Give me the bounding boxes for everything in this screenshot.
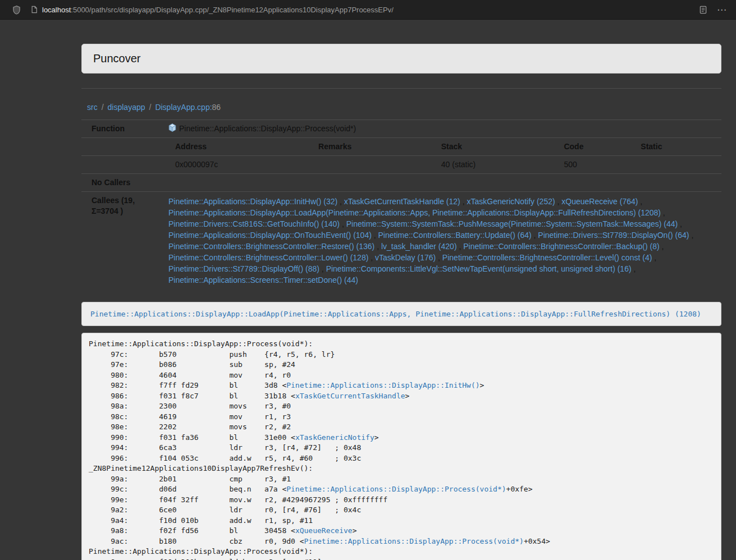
columns-header-row: Address Remarks Stack Code Static: [81, 137, 721, 155]
breadcrumb: src/displayapp/DisplayApp.cpp:86: [87, 103, 721, 112]
callee-link[interactable]: vTaskDelay (176): [375, 253, 436, 262]
callee-link[interactable]: Pinetime::Drivers::Cst816S::GetTouchInfo…: [168, 219, 340, 228]
callee-separator: ,: [678, 219, 682, 228]
callee-separator: ,: [532, 231, 538, 240]
divider: [81, 88, 721, 89]
callee-link[interactable]: Pinetime::Drivers::St7789::DisplayOn() (…: [538, 231, 689, 240]
topbar-actions: ⋯: [700, 5, 729, 15]
cube-icon: [168, 123, 176, 135]
callee-link[interactable]: xTaskGenericNotify (252): [467, 197, 555, 206]
callees-label: Callees (19, Σ=3704 ): [81, 192, 163, 220]
callee-link[interactable]: Pinetime::Controllers::BrightnessControl…: [463, 242, 659, 251]
breadcrumb-item-src[interactable]: src: [87, 103, 98, 112]
no-callers-label: No Callers: [81, 174, 163, 191]
callee-separator: ,: [638, 197, 642, 206]
callee-link[interactable]: Pinetime::Controllers::BrightnessControl…: [168, 253, 368, 262]
address-bar[interactable]: localhost:5000/path/src/displayapp/Displ…: [31, 6, 700, 14]
loadapp-panel: Pinetime::Applications::DisplayApp::Load…: [81, 302, 721, 326]
callee-link[interactable]: Pinetime::Components::LittleVgl::SetNewT…: [326, 264, 632, 273]
callee-link[interactable]: Pinetime::Applications::Screens::Timer::…: [168, 276, 358, 284]
callee-separator: ,: [368, 253, 375, 262]
callees-row: Callees (19, Σ=3704 ) Pinetime::Applicat…: [81, 191, 721, 291]
disasm-symbol-link[interactable]: xQueueReceive: [295, 526, 353, 535]
cell-stack: 40 (static): [435, 156, 557, 173]
reader-mode-icon[interactable]: [700, 6, 707, 14]
callee-separator: ,: [337, 197, 344, 206]
col-header-address: Address: [168, 138, 312, 155]
callee-separator: ,: [372, 231, 378, 240]
col-header-code: Code: [557, 138, 634, 155]
main-content: Puncover src/displayapp/DisplayApp.cpp:8…: [81, 44, 721, 560]
breadcrumb-item-displayapp[interactable]: displayapp: [108, 103, 145, 112]
callee-link[interactable]: Pinetime::Applications::DisplayApp::Init…: [168, 197, 337, 206]
no-callers-row: No Callers: [81, 173, 721, 191]
disasm-symbol-link[interactable]: xTaskGetCurrentTaskHandle: [295, 392, 405, 400]
callee-link[interactable]: Pinetime::Controllers::BrightnessControl…: [168, 242, 374, 251]
callee-link[interactable]: Pinetime::Applications::DisplayApp::OnTo…: [168, 231, 372, 240]
callee-separator: ,: [661, 208, 665, 217]
callee-separator: ,: [319, 264, 326, 273]
callee-separator: ,: [660, 242, 664, 251]
disassembly-block: Pinetime::Applications::DisplayApp::Proc…: [81, 333, 721, 560]
url-path: :5000/path/src/displayapp/DisplayApp.cpp…: [71, 6, 394, 14]
browser-topbar: localhost:5000/path/src/displayapp/Displ…: [0, 0, 736, 20]
callee-link[interactable]: Pinetime::System::SystemTask::PushMessag…: [346, 219, 678, 228]
callee-link[interactable]: Pinetime::Applications::DisplayApp::Load…: [168, 208, 661, 217]
callee-link[interactable]: Pinetime::Controllers::BrightnessControl…: [442, 253, 652, 262]
breadcrumb-separator: /: [149, 103, 152, 112]
disasm-symbol-link[interactable]: Pinetime::Applications::DisplayApp::Proc…: [286, 485, 506, 493]
col-header-stack: Stack: [435, 138, 557, 155]
values-row: 0x0000097c 40 (static) 500: [81, 155, 721, 173]
callee-separator: ,: [632, 264, 636, 273]
breadcrumb-separator: /: [102, 103, 104, 112]
callee-separator: ,: [340, 219, 346, 228]
callee-separator: ,: [555, 197, 562, 206]
cell-static: [634, 156, 721, 173]
app-header: Puncover: [81, 44, 721, 74]
callee-separator: ,: [689, 231, 694, 240]
shield-icon[interactable]: [12, 5, 21, 15]
callee-link[interactable]: xQueueReceive (764): [561, 197, 638, 206]
url-host: localhost: [42, 6, 71, 14]
breadcrumb-item-file[interactable]: DisplayApp.cpp:: [155, 103, 212, 112]
loadapp-link[interactable]: Pinetime::Applications::DisplayApp::Load…: [90, 310, 701, 318]
page-icon: [31, 6, 38, 13]
callee-link[interactable]: Pinetime::Controllers::Battery::Update()…: [378, 231, 532, 240]
callee-separator: ,: [374, 242, 381, 251]
app-title: Puncover: [93, 52, 141, 65]
function-table: Function Pinetime::Applications::Display…: [81, 120, 721, 291]
callee-separator: ,: [652, 253, 656, 262]
callees-cell: Pinetime::Applications::DisplayApp::Init…: [163, 192, 721, 291]
disasm-symbol-link[interactable]: Pinetime::Applications::DisplayApp::Init…: [286, 381, 479, 389]
overflow-menu-icon[interactable]: ⋯: [717, 5, 727, 15]
callee-separator: ,: [460, 197, 467, 206]
callee-link[interactable]: lv_task_handler (420): [381, 242, 457, 251]
breadcrumb-line-number: 86: [212, 103, 221, 112]
col-header-remarks: Remarks: [312, 138, 435, 155]
col-header-static: Static: [634, 138, 721, 155]
disasm-symbol-link[interactable]: xTaskGenericNotify: [295, 433, 374, 442]
callee-separator: ,: [436, 253, 442, 262]
function-name: Pinetime::Applications::DisplayApp::Proc…: [179, 123, 356, 134]
function-row: Function Pinetime::Applications::Display…: [81, 120, 721, 137]
callee-link[interactable]: Pinetime::Drivers::St7789::DisplayOff() …: [168, 264, 319, 273]
disasm-symbol-link[interactable]: Pinetime::Applications::DisplayApp::Proc…: [304, 537, 524, 545]
callee-link[interactable]: xTaskGetCurrentTaskHandle (12): [344, 197, 460, 206]
cell-address: 0x0000097c: [168, 156, 312, 173]
callee-separator: ,: [457, 242, 464, 251]
cell-remarks: [312, 156, 435, 173]
function-label: Function: [81, 120, 163, 137]
cell-code: 500: [557, 156, 634, 173]
